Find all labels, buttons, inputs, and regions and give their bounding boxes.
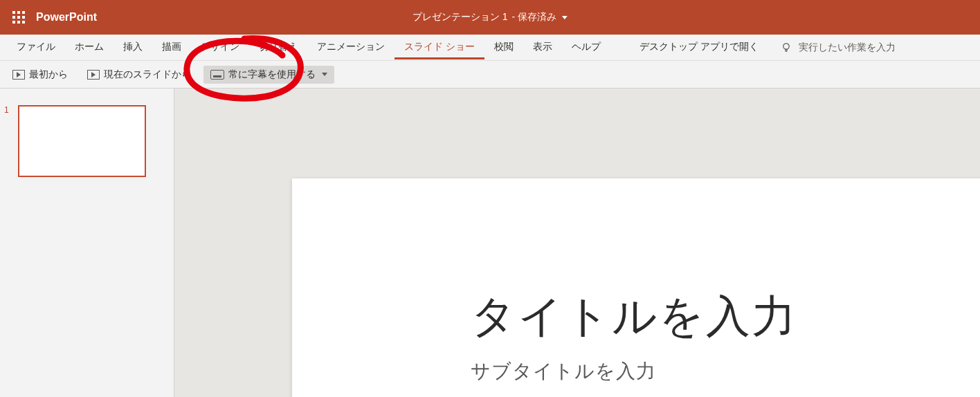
tell-me-box[interactable]: 実行したい作業を入力 <box>781 41 896 54</box>
workspace: 1 タイトルを入力 サブタイトルを入力 <box>0 89 980 397</box>
slide-thumbnail-row[interactable]: 1 <box>4 105 163 177</box>
play-from-current-icon <box>87 70 100 80</box>
slide-thumbnail-1[interactable] <box>18 105 146 177</box>
tab-home[interactable]: ホーム <box>65 35 114 59</box>
play-from-start-icon <box>12 70 25 80</box>
document-saved-status: - 保存済み <box>512 11 557 24</box>
chevron-down-icon <box>322 73 327 76</box>
slide-editor[interactable]: タイトルを入力 サブタイトルを入力 <box>292 178 980 397</box>
lightbulb-icon <box>781 42 792 53</box>
tab-slideshow[interactable]: スライド ショー <box>394 35 484 59</box>
app-launcher-icon[interactable] <box>8 7 29 28</box>
subtitle-icon <box>210 70 224 80</box>
tab-file[interactable]: ファイル <box>7 35 65 59</box>
waffle-icon <box>12 11 25 24</box>
document-title[interactable]: プレゼンテーション 1 - 保存済み <box>412 11 568 24</box>
tab-view[interactable]: 表示 <box>523 35 562 59</box>
title-bar: PowerPoint プレゼンテーション 1 - 保存済み <box>0 0 980 35</box>
svg-point-0 <box>783 43 789 48</box>
slide-canvas: タイトルを入力 サブタイトルを入力 <box>174 89 980 397</box>
app-name[interactable]: PowerPoint <box>36 11 97 24</box>
from-beginning-button[interactable]: 最初から <box>6 66 75 84</box>
chevron-down-icon <box>562 16 568 19</box>
from-beginning-label: 最初から <box>29 68 68 81</box>
tab-design[interactable]: デザイン <box>191 35 249 59</box>
from-current-slide-button[interactable]: 現在のスライドから <box>80 66 198 84</box>
tab-transitions[interactable]: 切り替え <box>249 35 307 59</box>
document-title-text: プレゼンテーション 1 <box>412 11 508 24</box>
tell-me-placeholder: 実行したい作業を入力 <box>799 41 896 54</box>
slide-subtitle-placeholder[interactable]: サブタイトルを入力 <box>471 358 656 385</box>
open-in-desktop-app[interactable]: デスクトップ アプリで開く <box>630 35 768 59</box>
tab-help[interactable]: ヘルプ <box>562 35 610 59</box>
always-use-subtitles-button[interactable]: 常に字幕を使用する <box>203 66 334 84</box>
slide-thumbnail-panel: 1 <box>0 89 174 397</box>
slide-number: 1 <box>4 105 11 177</box>
ribbon-tabs: ファイル ホーム 挿入 描画 デザイン 切り替え アニメーション スライド ショ… <box>0 35 980 61</box>
from-current-label: 現在のスライドから <box>104 68 191 81</box>
tab-review[interactable]: 校閲 <box>484 35 523 59</box>
slide-title-placeholder[interactable]: タイトルを入力 <box>471 286 797 347</box>
always-use-subtitles-label: 常に字幕を使用する <box>228 68 316 81</box>
tab-draw[interactable]: 描画 <box>152 35 191 59</box>
tab-animations[interactable]: アニメーション <box>307 35 394 59</box>
ribbon-toolbar: 最初から 現在のスライドから 常に字幕を使用する <box>0 61 980 89</box>
tab-insert[interactable]: 挿入 <box>114 35 152 59</box>
